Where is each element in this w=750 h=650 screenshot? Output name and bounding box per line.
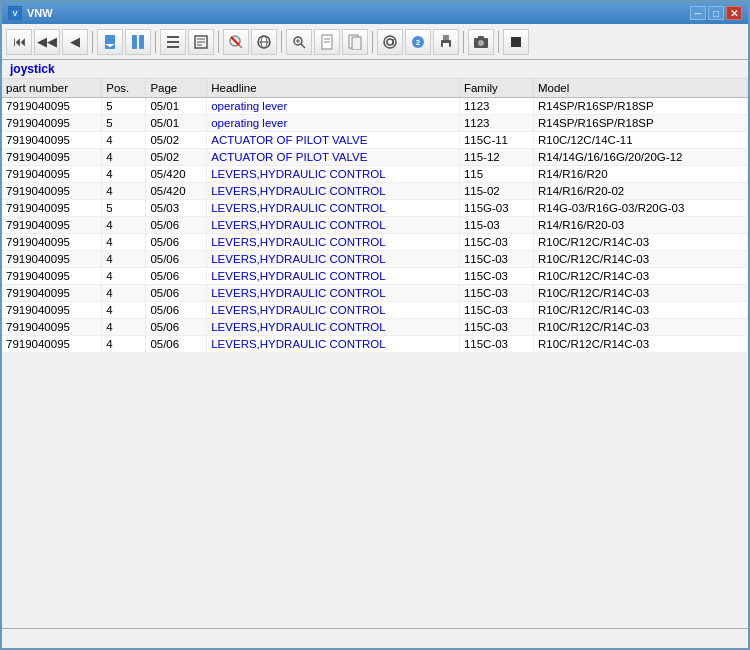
content-area: joystick part number Pos. Page Headline …: [2, 60, 748, 628]
maximize-button[interactable]: □: [708, 6, 724, 20]
separator-1: [92, 31, 93, 53]
cell-row11-col4: 115C-03: [459, 285, 533, 302]
page2-button[interactable]: [342, 29, 368, 55]
cell-row2-col0: 7919040095: [2, 132, 102, 149]
svg-rect-27: [352, 37, 361, 50]
cell-row9-col3[interactable]: LEVERS,HYDRAULIC CONTROL: [207, 251, 460, 268]
cell-row5-col3[interactable]: LEVERS,HYDRAULIC CONTROL: [207, 183, 460, 200]
edit-button[interactable]: [188, 29, 214, 55]
cell-row2-col3[interactable]: ACTUATOR OF PILOT VALVE: [207, 132, 460, 149]
first-button[interactable]: ⏮: [6, 29, 32, 55]
separator-7: [498, 31, 499, 53]
prev-button[interactable]: ◀: [62, 29, 88, 55]
bookmark-button[interactable]: [97, 29, 123, 55]
status-bar: [2, 628, 748, 648]
separator-4: [281, 31, 282, 53]
cell-row6-col3[interactable]: LEVERS,HYDRAULIC CONTROL: [207, 200, 460, 217]
table-row[interactable]: 7919040095405/06LEVERS,HYDRAULIC CONTROL…: [2, 319, 748, 336]
table-wrapper[interactable]: part number Pos. Page Headline Family Mo…: [2, 79, 748, 628]
search-off-button[interactable]: [223, 29, 249, 55]
svg-rect-5: [139, 35, 144, 49]
cell-row0-col0: 7919040095: [2, 98, 102, 115]
cell-row3-col3[interactable]: ACTUATOR OF PILOT VALVE: [207, 149, 460, 166]
separator-5: [372, 31, 373, 53]
table-row[interactable]: 7919040095405/06LEVERS,HYDRAULIC CONTROL…: [2, 302, 748, 319]
cell-row8-col1: 4: [102, 234, 146, 251]
cell-row1-col4: 1123: [459, 115, 533, 132]
cell-row6-col5: R14G-03/R16G-03/R20G-03: [533, 200, 747, 217]
table-row[interactable]: 7919040095405/06LEVERS,HYDRAULIC CONTROL…: [2, 268, 748, 285]
col-page: Page: [146, 79, 207, 98]
list-button[interactable]: [160, 29, 186, 55]
separator-2: [155, 31, 156, 53]
cell-row10-col4: 115C-03: [459, 268, 533, 285]
separator-3: [218, 31, 219, 53]
cell-row11-col3[interactable]: LEVERS,HYDRAULIC CONTROL: [207, 285, 460, 302]
cell-row3-col0: 7919040095: [2, 149, 102, 166]
table-row[interactable]: 7919040095405/06LEVERS,HYDRAULIC CONTROL…: [2, 234, 748, 251]
cell-row14-col4: 115C-03: [459, 336, 533, 353]
cell-row9-col1: 4: [102, 251, 146, 268]
cell-row1-col3[interactable]: operating lever: [207, 115, 460, 132]
table-row[interactable]: 7919040095505/01operating lever1123R14SP…: [2, 98, 748, 115]
cell-row13-col3[interactable]: LEVERS,HYDRAULIC CONTROL: [207, 319, 460, 336]
cell-row13-col5: R10C/R12C/R14C-03: [533, 319, 747, 336]
cell-row14-col3[interactable]: LEVERS,HYDRAULIC CONTROL: [207, 336, 460, 353]
cell-row13-col1: 4: [102, 319, 146, 336]
cell-row14-col2: 05/06: [146, 336, 207, 353]
cell-row4-col3[interactable]: LEVERS,HYDRAULIC CONTROL: [207, 166, 460, 183]
zoom-button[interactable]: [286, 29, 312, 55]
cell-row13-col4: 115C-03: [459, 319, 533, 336]
title-bar-left: V VNW: [8, 6, 53, 20]
cell-row5-col1: 4: [102, 183, 146, 200]
cell-row13-col0: 7919040095: [2, 319, 102, 336]
prev-fast-button[interactable]: ◀◀: [34, 29, 60, 55]
table-row[interactable]: 7919040095405/02ACTUATOR OF PILOT VALVE1…: [2, 132, 748, 149]
cell-row2-col1: 4: [102, 132, 146, 149]
cell-row12-col3[interactable]: LEVERS,HYDRAULIC CONTROL: [207, 302, 460, 319]
cell-row6-col1: 5: [102, 200, 146, 217]
print-button[interactable]: [433, 29, 459, 55]
cell-row5-col2: 05/420: [146, 183, 207, 200]
cell-row12-col5: R10C/R12C/R14C-03: [533, 302, 747, 319]
cell-row4-col1: 4: [102, 166, 146, 183]
cell-row10-col3[interactable]: LEVERS,HYDRAULIC CONTROL: [207, 268, 460, 285]
at-button[interactable]: [377, 29, 403, 55]
cell-row10-col1: 4: [102, 268, 146, 285]
cell-row12-col2: 05/06: [146, 302, 207, 319]
group-label: joystick: [2, 60, 748, 79]
table-row[interactable]: 7919040095405/06LEVERS,HYDRAULIC CONTROL…: [2, 285, 748, 302]
minimize-button[interactable]: ─: [690, 6, 706, 20]
table-row[interactable]: 7919040095505/01operating lever1123R14SP…: [2, 115, 748, 132]
cell-row0-col3[interactable]: operating lever: [207, 98, 460, 115]
close-button[interactable]: ✕: [726, 6, 742, 20]
cell-row14-col1: 4: [102, 336, 146, 353]
camera-button[interactable]: [468, 29, 494, 55]
cell-row14-col0: 7919040095: [2, 336, 102, 353]
page-button[interactable]: [314, 29, 340, 55]
table-row[interactable]: 7919040095405/420LEVERS,HYDRAULIC CONTRO…: [2, 166, 748, 183]
table-row[interactable]: 7919040095405/420LEVERS,HYDRAULIC CONTRO…: [2, 183, 748, 200]
cell-row11-col0: 7919040095: [2, 285, 102, 302]
table-row[interactable]: 7919040095405/02ACTUATOR OF PILOT VALVE1…: [2, 149, 748, 166]
svg-rect-34: [443, 43, 449, 47]
cell-row4-col5: R14/R16/R20: [533, 166, 747, 183]
results-table: part number Pos. Page Headline Family Mo…: [2, 79, 748, 353]
cell-row7-col3[interactable]: LEVERS,HYDRAULIC CONTROL: [207, 217, 460, 234]
cell-row8-col3[interactable]: LEVERS,HYDRAULIC CONTROL: [207, 234, 460, 251]
table-row[interactable]: 7919040095405/06LEVERS,HYDRAULIC CONTROL…: [2, 217, 748, 234]
cell-row1-col1: 5: [102, 115, 146, 132]
table-row[interactable]: 7919040095405/06LEVERS,HYDRAULIC CONTROL…: [2, 336, 748, 353]
cell-row8-col4: 115C-03: [459, 234, 533, 251]
stop-button[interactable]: [503, 29, 529, 55]
svg-line-20: [301, 44, 305, 48]
num-button[interactable]: 2: [405, 29, 431, 55]
table-row[interactable]: 7919040095505/03LEVERS,HYDRAULIC CONTROL…: [2, 200, 748, 217]
next-bookmark-button[interactable]: [125, 29, 151, 55]
globe-button[interactable]: [251, 29, 277, 55]
cell-row11-col1: 4: [102, 285, 146, 302]
cell-row1-col2: 05/01: [146, 115, 207, 132]
svg-point-28: [384, 36, 396, 48]
table-row[interactable]: 7919040095405/06LEVERS,HYDRAULIC CONTROL…: [2, 251, 748, 268]
cell-row10-col5: R10C/R12C/R14C-03: [533, 268, 747, 285]
